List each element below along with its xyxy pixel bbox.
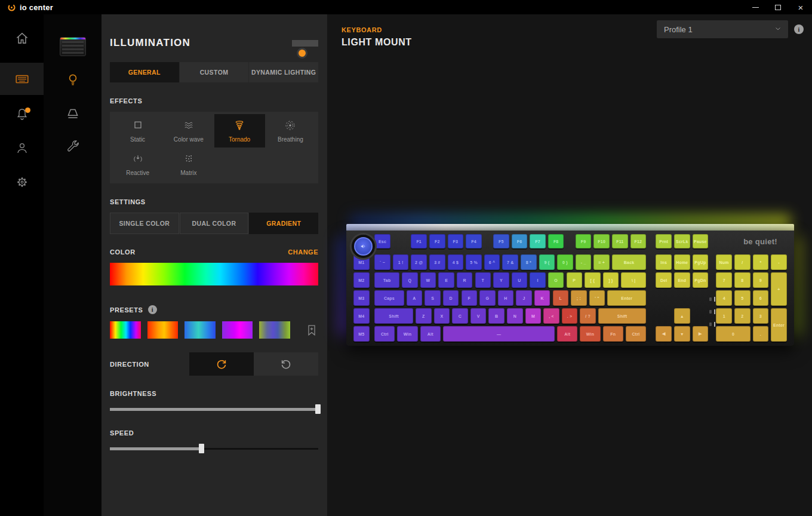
change-color-link[interactable]: CHANGE bbox=[288, 248, 318, 256]
key-end[interactable]: End bbox=[674, 272, 690, 288]
nav-rail-item-home[interactable] bbox=[0, 22, 44, 54]
key-del[interactable]: Del bbox=[656, 272, 672, 288]
key-m3[interactable]: M3 bbox=[353, 290, 370, 306]
key-x[interactable]: X bbox=[434, 308, 450, 324]
setting-dual-color[interactable]: DUAL COLOR bbox=[180, 213, 249, 234]
key-ins[interactable]: Ins bbox=[656, 254, 672, 270]
gradient-color-bar[interactable] bbox=[110, 263, 318, 285]
profile-select[interactable]: Profile 1 bbox=[657, 20, 788, 38]
key-[interactable]: - _ bbox=[576, 254, 592, 270]
key-u[interactable]: U bbox=[512, 272, 528, 288]
key-i[interactable]: I bbox=[530, 272, 546, 288]
minimize-button[interactable] bbox=[744, 0, 767, 14]
key-m[interactable]: M bbox=[525, 308, 542, 324]
speed-slider-handle[interactable] bbox=[199, 444, 204, 453]
key-3[interactable]: 3 # bbox=[429, 254, 445, 270]
volume-knob[interactable] bbox=[350, 233, 377, 260]
key-[interactable]: . > bbox=[562, 308, 578, 324]
key-v[interactable]: V bbox=[470, 308, 487, 324]
key-[interactable]: ; : bbox=[571, 290, 587, 306]
key-f1[interactable]: F1 bbox=[411, 234, 427, 248]
key-[interactable]: ▲ bbox=[674, 308, 690, 324]
key-p[interactable]: P bbox=[567, 272, 583, 288]
tab-custom[interactable]: CUSTOM bbox=[180, 62, 249, 82]
key-m4[interactable]: M4 bbox=[353, 308, 370, 324]
key-7[interactable]: 7 bbox=[716, 272, 732, 288]
key-[interactable]: ` ~ bbox=[374, 254, 390, 270]
key-back[interactable]: Back bbox=[612, 254, 646, 270]
key-[interactable]: ] } bbox=[603, 272, 619, 288]
key-6[interactable]: 6 ^ bbox=[484, 254, 500, 270]
key-t[interactable]: T bbox=[475, 272, 491, 288]
key-2[interactable]: 2 bbox=[734, 308, 751, 324]
key-shift[interactable]: Shift bbox=[598, 308, 646, 324]
key-enter[interactable]: Enter bbox=[607, 290, 646, 306]
setting-single-color[interactable]: SINGLE COLOR bbox=[110, 213, 179, 234]
key-l[interactable]: L bbox=[553, 290, 569, 306]
key-g[interactable]: G bbox=[479, 290, 496, 306]
key-b[interactable]: B bbox=[488, 308, 505, 324]
device-rail-item-tools[interactable] bbox=[56, 135, 90, 159]
key-alt[interactable]: Alt bbox=[420, 326, 441, 342]
key-prnt[interactable]: Prnt bbox=[656, 234, 672, 248]
key-j[interactable]: J bbox=[516, 290, 532, 306]
key-o[interactable]: O bbox=[548, 272, 564, 288]
key-9[interactable]: 9 bbox=[753, 272, 769, 288]
preset-violet[interactable] bbox=[222, 321, 253, 339]
key-f6[interactable]: F6 bbox=[512, 234, 528, 248]
key-f2[interactable]: F2 bbox=[429, 234, 445, 248]
key-2[interactable]: 2 @ bbox=[411, 254, 427, 270]
key-[interactable]: . bbox=[753, 326, 769, 342]
key-home[interactable]: Home bbox=[674, 254, 690, 270]
setting-gradient[interactable]: GRADIENT bbox=[249, 213, 318, 234]
key-shift[interactable]: Shift bbox=[374, 308, 413, 324]
key-y[interactable]: Y bbox=[493, 272, 509, 288]
key-pause[interactable]: Pause bbox=[693, 234, 709, 248]
key-[interactable]: ' " bbox=[589, 290, 605, 306]
illumination-toggle[interactable] bbox=[292, 38, 318, 48]
key-[interactable]: ▼ bbox=[674, 326, 690, 342]
key-4[interactable]: 4 bbox=[716, 290, 732, 306]
effect-matrix[interactable]: Matrix bbox=[163, 148, 214, 181]
key-z[interactable]: Z bbox=[416, 308, 432, 324]
key-a[interactable]: A bbox=[407, 290, 423, 306]
key-w[interactable]: W bbox=[420, 272, 436, 288]
key-q[interactable]: Q bbox=[402, 272, 418, 288]
key-3[interactable]: 3 bbox=[753, 308, 769, 324]
key-f8[interactable]: F8 bbox=[548, 234, 564, 248]
preset-fire[interactable] bbox=[147, 321, 179, 339]
key-f10[interactable]: F10 bbox=[593, 234, 610, 248]
key-8[interactable]: 8 bbox=[734, 272, 751, 288]
key-[interactable]: - bbox=[771, 254, 787, 270]
preset-ocean[interactable] bbox=[184, 321, 216, 339]
key-m5[interactable]: M5 bbox=[353, 326, 370, 342]
preset-rainbow[interactable] bbox=[110, 321, 141, 339]
key-r[interactable]: R bbox=[457, 272, 473, 288]
key-0[interactable]: 0 bbox=[716, 326, 750, 342]
key-[interactable]: / ? bbox=[580, 308, 596, 324]
device-info-icon[interactable]: i bbox=[794, 24, 804, 34]
key-[interactable]: — bbox=[443, 326, 555, 342]
key-[interactable]: \ | bbox=[621, 272, 646, 288]
device-rail-item-device-keyboard-thumbnail[interactable] bbox=[56, 35, 90, 59]
key-5[interactable]: 5 % bbox=[466, 254, 482, 270]
key-5[interactable]: 5 bbox=[734, 290, 751, 306]
key-scrlk[interactable]: ScrLk bbox=[674, 234, 690, 248]
effect-tornado[interactable]: Tornado bbox=[214, 114, 265, 148]
close-button[interactable]: × bbox=[789, 0, 812, 14]
key-ctrl[interactable]: Ctrl bbox=[374, 326, 395, 342]
maximize-button[interactable] bbox=[767, 0, 789, 14]
key-1[interactable]: 1 bbox=[716, 308, 732, 324]
key-ctrl[interactable]: Ctrl bbox=[626, 326, 646, 342]
key-f4[interactable]: F4 bbox=[466, 234, 482, 248]
key-0[interactable]: 0 ) bbox=[557, 254, 573, 270]
key-f7[interactable]: F7 bbox=[530, 234, 546, 248]
key-alt[interactable]: Alt bbox=[557, 326, 577, 342]
key-m2[interactable]: M2 bbox=[353, 272, 370, 288]
key-s[interactable]: S bbox=[425, 290, 441, 306]
key-f11[interactable]: F11 bbox=[612, 234, 628, 248]
key-tab[interactable]: Tab bbox=[374, 272, 399, 288]
key-d[interactable]: D bbox=[443, 290, 459, 306]
key-esc[interactable]: Esc bbox=[374, 234, 390, 248]
tab-general[interactable]: GENERAL bbox=[110, 62, 179, 82]
